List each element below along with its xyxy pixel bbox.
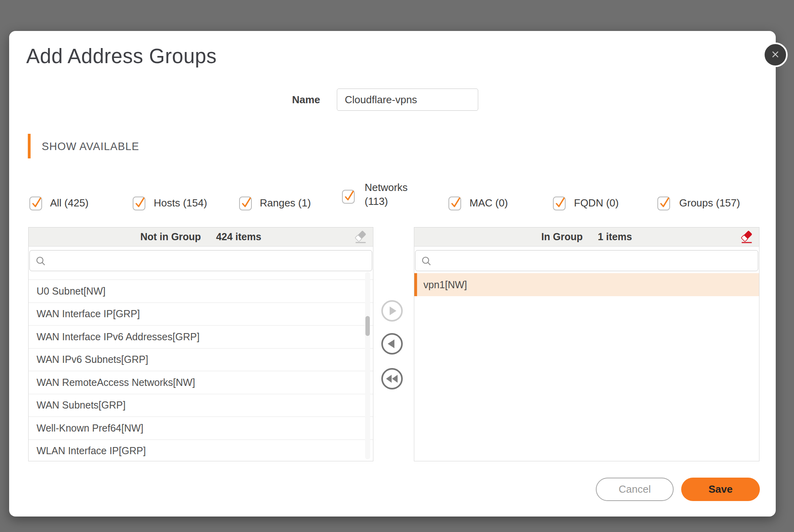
not-in-group-searchbox xyxy=(29,250,372,271)
list-item[interactable]: Well-Known Pref64[NW] xyxy=(29,417,373,440)
list-item-partial xyxy=(29,271,373,280)
mac-checkbox[interactable] xyxy=(448,197,461,210)
in-group-count: 1 items xyxy=(598,231,632,243)
arrow-right-icon xyxy=(383,302,401,320)
networks-checkbox[interactable] xyxy=(342,190,355,204)
checkmark-icon xyxy=(659,195,671,210)
all-checkbox[interactable] xyxy=(29,197,42,210)
move-all-out-of-group-button[interactable] xyxy=(381,368,403,389)
in-group-panel: In Group 1 items vpn1[NW] xyxy=(414,227,759,461)
not-in-group-list: U0 Subnet[NW] WAN Interface IP[GRP] WAN … xyxy=(29,271,373,461)
ranges-checkbox[interactable] xyxy=(239,197,252,210)
move-out-of-group-button[interactable] xyxy=(381,333,403,355)
eraser-red-icon xyxy=(739,229,754,245)
list-item[interactable]: WAN IPv6 Subnets[GRP] xyxy=(29,349,373,372)
search-icon xyxy=(421,255,433,267)
in-group-searchbox xyxy=(415,250,758,271)
move-to-group-button[interactable] xyxy=(381,300,403,322)
list-item[interactable]: WAN Subnets[GRP] xyxy=(29,394,373,417)
clear-in-group-button[interactable] xyxy=(738,229,755,246)
not-in-group-count: 424 items xyxy=(216,231,261,243)
hosts-checkbox[interactable] xyxy=(133,197,145,210)
not-in-group-panel: Not in Group 424 items U0 Subnet[NW] WAN… xyxy=(28,227,373,461)
filter-networks-label: Networks (113) xyxy=(365,181,408,208)
dialog-title: Add Address Groups xyxy=(26,44,217,68)
name-input[interactable] xyxy=(337,89,478,111)
filter-groups-label: Groups (157) xyxy=(679,197,740,209)
cancel-button[interactable]: Cancel xyxy=(596,478,674,501)
filter-fqdn-label: FQDN (0) xyxy=(574,197,619,209)
save-button[interactable]: Save xyxy=(681,478,760,501)
search-icon xyxy=(35,255,47,267)
clear-not-in-group-button[interactable] xyxy=(352,229,369,246)
close-icon xyxy=(769,48,781,62)
checkmark-icon xyxy=(31,195,43,210)
in-group-header: In Group 1 items xyxy=(414,227,759,247)
fqdn-checkbox[interactable] xyxy=(553,197,566,210)
checkmark-icon xyxy=(240,195,253,210)
filter-mac-label: MAC (0) xyxy=(469,197,508,209)
list-item[interactable]: U0 Subnet[NW] xyxy=(29,280,373,303)
name-label: Name xyxy=(263,94,320,106)
not-in-group-search-input[interactable] xyxy=(49,251,369,271)
section-accent-bar xyxy=(28,134,31,158)
list-item[interactable]: WAN Interface IPv6 Addresses[GRP] xyxy=(29,326,373,349)
scrollbar-track[interactable] xyxy=(365,272,370,459)
list-item[interactable]: WAN RemoteAccess Networks[NW] xyxy=(29,371,373,394)
checkmark-icon xyxy=(554,195,566,210)
groups-checkbox[interactable] xyxy=(657,197,670,210)
scrollbar-thumb[interactable] xyxy=(365,316,370,336)
filter-all-label: All (425) xyxy=(50,197,89,209)
checkmark-icon xyxy=(343,189,355,203)
arrow-left-icon xyxy=(383,335,401,353)
in-group-search-input[interactable] xyxy=(435,251,755,271)
in-group-title: In Group xyxy=(541,231,583,243)
show-available-heading: SHOW AVAILABLE xyxy=(42,141,139,153)
checkmark-icon xyxy=(134,195,146,210)
filter-networks-line2: (113) xyxy=(365,195,388,207)
list-item[interactable]: WLAN Interface IP[GRP] xyxy=(29,440,373,461)
in-group-selected-item[interactable]: vpn1[NW] xyxy=(414,273,759,296)
filter-ranges-label: Ranges (1) xyxy=(260,197,311,209)
filter-networks-line1: Networks xyxy=(365,181,408,193)
double-arrow-left-icon xyxy=(383,370,401,388)
close-button[interactable] xyxy=(763,42,788,67)
not-in-group-title: Not in Group xyxy=(140,231,201,243)
eraser-icon xyxy=(353,229,368,245)
not-in-group-header: Not in Group 424 items xyxy=(29,227,373,247)
list-item[interactable]: WAN Interface IP[GRP] xyxy=(29,303,373,326)
checkmark-icon xyxy=(450,195,462,210)
filter-hosts-label: Hosts (154) xyxy=(154,197,207,209)
add-address-groups-dialog: Add Address Groups Name SHOW AVAILABLE A… xyxy=(9,31,776,517)
